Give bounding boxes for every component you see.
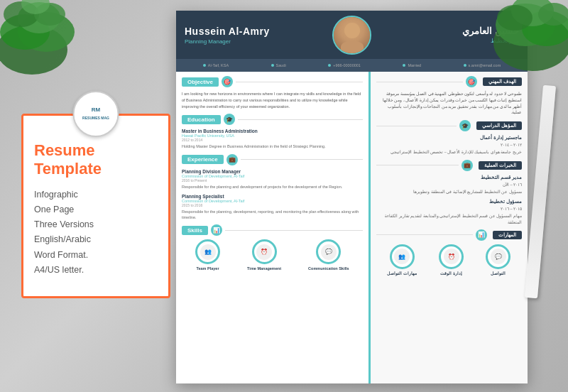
skills-section-header: Skills 📊	[182, 224, 363, 236]
skills-label-ar: المهارات	[493, 231, 522, 239]
objective-label-ar: الهدف المهني	[483, 77, 522, 86]
feature-paper-size: A4/US letter.	[34, 263, 158, 278]
skill-ring-ar: ⏰	[439, 244, 464, 269]
contact-nationality: Saudi	[271, 63, 286, 67]
resume-document: Hussein Al-Amry Planning Manager حسين ال…	[176, 11, 528, 383]
exp-date-1-ar: ٢٠١٥ – ٢٠١٦	[376, 206, 522, 212]
skill-ring-inner: 💬	[321, 244, 337, 260]
section-line	[376, 165, 459, 165]
edu-desc-ar: خريج جامعة هواي باسيفيك للإدارة الأعمال …	[376, 149, 522, 155]
education-section-header-ar: المؤهل الدراسي 🎓	[376, 120, 522, 131]
experience-label-en: Experience	[182, 155, 224, 164]
exp-title-0-ar: مدير قسم التخطيط	[376, 175, 522, 180]
education-section-header: Education 🎓	[182, 114, 363, 125]
skill-label-team: Team Player	[197, 266, 219, 271]
skill-label-ar-3: التواصل	[491, 271, 506, 276]
edu-title-ar: ماجستير إدارة أعمال	[376, 135, 522, 141]
skill-ring: 💬	[316, 239, 341, 264]
contact-dot	[271, 64, 274, 67]
contact-phone: +966-00000001	[328, 63, 361, 67]
exp-date-1-en: 2015 to 2016	[182, 203, 363, 207]
education-entry-0-ar: ماجستير إدارة أعمال ٢٠١٢ – ٢٠١٤ خريج جام…	[376, 135, 522, 156]
experience-section-header-ar: الخبرات العملية 💼	[376, 160, 522, 171]
feature-one-page: One Page	[34, 202, 158, 217]
skill-ring-inner: 👥	[200, 244, 216, 260]
skill-label-comm: Communication Skills	[308, 266, 349, 271]
section-line	[376, 234, 473, 235]
skill-team-player: 👥 Team Player	[195, 239, 220, 271]
exp-desc-1-ar: مهام المسؤول عن قسم التخطيط الإستراتيجي …	[376, 213, 522, 225]
edu-desc-en: Holding Master Degree in Business Admini…	[182, 143, 363, 149]
edu-date-ar: ٢٠١٢ – ٢٠١٤	[376, 142, 522, 148]
objective-icon-ar: 🎯	[466, 76, 477, 87]
experience-entry-0-ar: مدير قسم التخطيط ٢٠١٦ – الآن مسؤول عن ال…	[376, 175, 522, 195]
section-line	[376, 126, 457, 126]
exp-desc-0-en: Responsible for the planning and develop…	[182, 184, 363, 190]
experience-entry-1: Planning Specialist Commission of Develo…	[182, 194, 363, 221]
exp-title-1-en: Planning Specialist	[182, 194, 363, 199]
feature-word-format: Word Format.	[34, 248, 158, 263]
section-line	[236, 82, 363, 82]
education-label-en: Education	[182, 115, 221, 124]
objective-icon: 🎯	[222, 76, 233, 87]
profile-photo	[332, 16, 371, 55]
feature-infographic: Infographic	[34, 187, 158, 202]
logo-initials: RM	[92, 107, 100, 113]
name-english: Hussein Al-Amry	[185, 26, 325, 37]
skill-ring-ar: 👥	[390, 244, 415, 269]
exp-title-0-en: Planning Division Manager	[182, 169, 363, 174]
education-entry-0: Master in Business Administration Hawaii…	[182, 129, 363, 149]
skill-ring: ⏰	[252, 239, 277, 264]
svg-point-12	[538, 3, 568, 26]
skill-ring-inner: ⏰	[256, 244, 272, 260]
experience-icon-ar: 💼	[462, 160, 473, 171]
skill-ring-inner: 👥	[394, 249, 410, 264]
exp-date-0-en: 2016 to Present	[182, 178, 363, 183]
plant-left-decoration	[0, 0, 85, 85]
objective-label-en: Objective	[182, 77, 219, 87]
skill-label-ar-2: إدارة الوقت	[440, 271, 462, 276]
section-line	[238, 119, 363, 120]
logo-text: RESUMES MAG	[82, 116, 109, 120]
section-line	[225, 230, 363, 231]
photo-image	[334, 17, 370, 53]
resume-header: Hussein Al-Amry Planning Manager حسين ال…	[176, 11, 528, 59]
skill-communication: 💬 Communication Skills	[308, 239, 349, 271]
skill-ring-inner: 💬	[491, 249, 506, 264]
contact-dot	[464, 64, 466, 67]
skills-row-en: 👥 Team Player ⏰ Time Management 💬 Commun…	[182, 239, 363, 271]
experience-entry-0: Planning Division Manager Commission of …	[182, 169, 363, 190]
experience-label-ar: الخبرات العملية	[479, 161, 522, 170]
exp-desc-0-ar: مسؤول عن التخطيط للمشاريع الإنمائية في ا…	[376, 189, 522, 195]
contact-location: Al-Taif, KSA	[203, 63, 229, 67]
promo-title-text: Resume Template	[34, 141, 158, 179]
logo: RM RESUMES MAG	[73, 91, 119, 137]
feature-three-versions: Three Versions	[34, 217, 158, 232]
feature-english-arabic: English/Arabic	[34, 232, 158, 247]
objective-text-ar: طموحي لا حدود له وأسعى لتكون حظوظي المهن…	[376, 91, 522, 116]
contact-dot	[203, 64, 206, 67]
contact-dot	[403, 64, 405, 67]
experience-entry-1-ar: مسؤول تخطيط ٢٠١٥ – ٢٠١٦ مهام المسؤول عن …	[376, 199, 522, 225]
right-column: الهدف المهني 🎯 طموحي لا حدود له وأسعى لت…	[371, 72, 528, 383]
svg-point-11	[497, 5, 532, 31]
exp-date-0-ar: ٢٠١٦ – الآن	[376, 182, 522, 187]
skill-ar-1: 👥 مهارات التواصل	[387, 244, 417, 276]
promo-card: RM RESUMES MAG Resume Template Infograph…	[21, 114, 170, 298]
exp-desc-1-en: Responsible for the planning, developmen…	[182, 209, 363, 221]
skill-label-ar-1: مهارات التواصل	[387, 271, 417, 276]
contact-dot	[328, 64, 331, 67]
skill-ring: 👥	[195, 239, 220, 264]
exp-title-1-ar: مسؤول تخطيط	[376, 199, 522, 205]
skill-ring-inner: ⏰	[444, 249, 459, 264]
contact-status: Married	[403, 63, 421, 67]
skill-ar-3: 💬 التواصل	[486, 244, 510, 276]
skills-section-header-ar: المهارات 📊	[376, 229, 522, 241]
contact-bar: Al-Taif, KSA Saudi +966-00000001 Married…	[176, 59, 528, 72]
skill-label-time: Time Management	[247, 266, 281, 271]
objective-text-en: I am looking for new horizons in environ…	[182, 91, 363, 109]
plant-right-decoration	[490, 0, 568, 78]
skill-ring-ar: 💬	[486, 244, 510, 269]
resume-body: Objective 🎯 I am looking for new horizon…	[176, 72, 528, 383]
promo-features-list: Infographic One Page Three Versions Engl…	[34, 187, 158, 278]
